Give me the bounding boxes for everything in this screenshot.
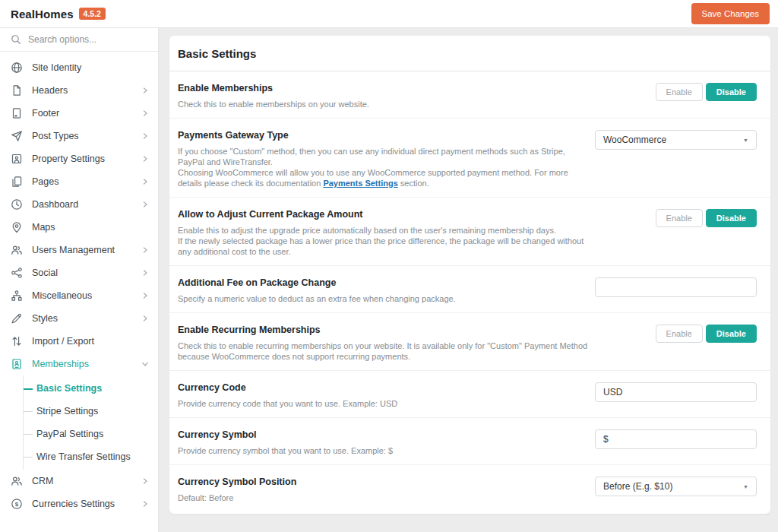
- brand: RealHomes 4.5.2: [0, 8, 106, 21]
- sidebar-item-footer[interactable]: Footer: [0, 102, 158, 125]
- submenu-item-stripe-settings[interactable]: Stripe Settings: [24, 400, 158, 423]
- payments-gateway-select[interactable]: WooCommerce ▼: [595, 130, 757, 150]
- setting-label: Allow to Adjust Current Package Amount: [178, 209, 592, 220]
- sidebar-item-label: Maps: [32, 222, 149, 233]
- sidebar-item-label: CRM: [32, 476, 132, 486]
- chevron-right-icon: [141, 87, 149, 94]
- setting-description: Enable this to adjust the upgrade price …: [178, 225, 592, 257]
- map-pin-icon: [11, 221, 23, 233]
- enable-button[interactable]: Enable: [656, 325, 703, 343]
- copy-pages-icon: [11, 176, 23, 188]
- setting-label: Enable Memberships: [178, 83, 369, 94]
- sidebar-nav: Site Identity Headers Footer Post Types …: [0, 52, 158, 515]
- arrows-up-down-icon: [11, 335, 23, 347]
- brand-name: RealHomes: [11, 8, 74, 21]
- search-input[interactable]: [28, 34, 147, 45]
- search-row: [0, 28, 158, 52]
- topbar: RealHomes 4.5.2 Save Changes: [0, 0, 778, 28]
- dropdown-caret-icon: ▼: [743, 484, 748, 489]
- sidebar-item-dashboard[interactable]: Dashboard: [0, 193, 158, 216]
- framed-photo-icon: [11, 153, 23, 165]
- disable-button[interactable]: Disable: [706, 325, 757, 343]
- setting-description: Check this to enable recurring membershi…: [178, 340, 592, 362]
- description-line-2-end: section.: [398, 179, 429, 188]
- file-icon: [11, 84, 23, 97]
- gauge-icon: [11, 198, 23, 211]
- chevron-right-icon: [141, 109, 149, 117]
- id-card-icon: [11, 358, 23, 370]
- chevron-right-icon: [141, 500, 149, 508]
- setting-row-additional-fee: Additional Fee on Package Change Specify…: [169, 266, 770, 313]
- sidebar-item-miscellaneous[interactable]: Miscellaneous: [0, 284, 158, 307]
- setting-description: If you choose "Custom" method, then you …: [178, 146, 592, 188]
- setting-row-currency-symbol: Currency Symbol Provide currency symbol …: [169, 418, 770, 465]
- save-changes-button[interactable]: Save Changes: [691, 3, 770, 24]
- chevron-right-icon: [141, 132, 149, 140]
- sidebar-item-label: Styles: [32, 313, 132, 324]
- submenu-item-wire-transfer-settings[interactable]: Wire Transfer Settings: [24, 445, 158, 468]
- setting-label: Enable Recurring Memberships: [178, 325, 592, 336]
- chevron-right-icon: [141, 477, 149, 485]
- sidebar-item-social[interactable]: Social: [0, 261, 158, 284]
- currency-symbol-position-select[interactable]: Before (E.g. $10) ▼: [595, 477, 757, 496]
- disable-button[interactable]: Disable: [706, 83, 757, 101]
- sidebar-item-headers[interactable]: Headers: [0, 79, 158, 102]
- file-footer-icon: [11, 107, 23, 119]
- main-content: Basic Settings Enable Memberships Check …: [159, 28, 778, 532]
- currency-code-input[interactable]: [595, 382, 757, 402]
- version-badge: 4.5.2: [79, 8, 106, 20]
- setting-description: Default: Before: [178, 492, 296, 503]
- users-icon: [11, 244, 23, 256]
- sidebar-item-currencies-settings[interactable]: $ Currencies Settings: [0, 492, 158, 515]
- enable-button[interactable]: Enable: [656, 209, 703, 227]
- sidebar-item-import-export[interactable]: Import / Export: [0, 330, 158, 353]
- enable-button[interactable]: Enable: [656, 83, 703, 101]
- sidebar-item-label: Users Management: [32, 245, 132, 255]
- setting-label: Additional Fee on Package Change: [178, 277, 456, 289]
- settings-panel: Basic Settings Enable Memberships Check …: [169, 36, 770, 514]
- setting-description: Provide currency code that you want to u…: [178, 398, 397, 409]
- setting-row-currency-symbol-position: Currency Symbol Position Default: Before…: [169, 465, 770, 511]
- additional-fee-input[interactable]: [595, 277, 757, 297]
- chevron-right-icon: [141, 178, 149, 185]
- setting-row-recurring-memberships: Enable Recurring Memberships Check this …: [169, 313, 770, 371]
- selected-value: WooCommerce: [603, 135, 743, 145]
- globe-icon: [11, 62, 23, 74]
- search-icon: [11, 34, 21, 45]
- submenu-item-label: PayPal Settings: [36, 429, 103, 439]
- sidebar-item-crm[interactable]: CRM: [0, 470, 158, 492]
- description-line-1: Enable this to adjust the upgrade price …: [178, 226, 556, 235]
- setting-description: Check this to enable memberships on your…: [178, 99, 369, 109]
- sidebar-item-label: Import / Export: [32, 336, 149, 347]
- setting-description: Specify a numeric value to deduct as an …: [178, 293, 456, 304]
- sidebar-item-label: Currencies Settings: [32, 499, 132, 509]
- setting-label: Currency Code: [178, 382, 397, 394]
- submenu-item-basic-settings[interactable]: Basic Settings: [24, 377, 158, 400]
- sidebar-item-pages[interactable]: Pages: [0, 170, 158, 193]
- sidebar-item-label: Dashboard: [32, 199, 132, 210]
- chevron-right-icon: [141, 155, 149, 163]
- description-line-1: If you choose "Custom" method, then you …: [178, 147, 565, 166]
- sidebar-item-styles[interactable]: Styles: [0, 307, 158, 330]
- pen-icon: [11, 312, 23, 325]
- sidebar-item-label: Property Settings: [32, 154, 132, 164]
- currency-exchange-icon: $: [11, 498, 23, 510]
- chevron-right-icon: [141, 201, 149, 208]
- disable-button[interactable]: Disable: [706, 209, 757, 227]
- currency-symbol-input[interactable]: [595, 429, 757, 449]
- sidebar-item-site-identity[interactable]: Site Identity: [0, 56, 158, 79]
- chevron-right-icon: [141, 269, 149, 277]
- sidebar-item-post-types[interactable]: Post Types: [0, 125, 158, 147]
- chevron-right-icon: [141, 292, 149, 299]
- sidebar-item-users-management[interactable]: Users Management: [0, 239, 158, 261]
- submenu-item-paypal-settings[interactable]: PayPal Settings: [24, 423, 158, 445]
- sidebar-item-label: Pages: [32, 176, 132, 187]
- setting-row-payments-gateway-type: Payments Gateway Type If you choose "Cus…: [169, 119, 770, 198]
- sidebar-item-property-settings[interactable]: Property Settings: [0, 147, 158, 170]
- sidebar-item-label: Post Types: [32, 131, 132, 141]
- panel-title: Basic Settings: [178, 47, 256, 60]
- sidebar-item-label: Site Identity: [32, 62, 149, 73]
- payments-settings-link[interactable]: Payments Settings: [323, 179, 397, 188]
- sidebar-item-memberships[interactable]: Memberships: [0, 353, 158, 375]
- sidebar-item-maps[interactable]: Maps: [0, 216, 158, 239]
